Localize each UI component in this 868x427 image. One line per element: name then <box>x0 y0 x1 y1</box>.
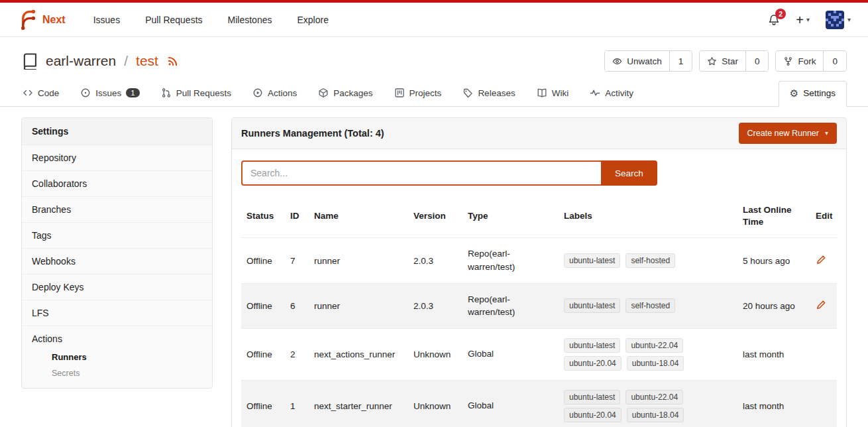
fork-button[interactable]: Fork <box>776 51 823 71</box>
tab-pull-requests[interactable]: Pull Requests <box>160 81 233 106</box>
runner-labels-cell: ubuntu-latestubuntu-22.04ubuntu-20.04ubu… <box>559 328 737 380</box>
sidebar-item-tags[interactable]: Tags <box>22 222 212 248</box>
chevron-down-icon: ▾ <box>806 17 810 23</box>
unwatch-button[interactable]: Unwatch <box>605 51 669 71</box>
runner-search-form: Search <box>241 160 837 186</box>
runner-type-cell: Global <box>462 380 559 427</box>
tab-actions[interactable]: Actions <box>251 81 298 106</box>
tab-releases[interactable]: Releases <box>461 81 516 106</box>
tab-packages[interactable]: Packages <box>317 81 374 106</box>
sidebar-item-repository[interactable]: Repository <box>22 145 212 170</box>
sidebar-item-collaborators[interactable]: Collaborators <box>22 170 212 196</box>
runner-row: Offline6runner2.0.3Repo(earl-warren/test… <box>241 283 837 328</box>
fork-icon <box>783 56 793 66</box>
repo-separator: / <box>124 53 128 69</box>
runner-label-badge: ubuntu-20.04 <box>564 356 622 371</box>
issue-icon <box>80 88 91 98</box>
tab-label: Wiki <box>552 88 569 98</box>
repo-tabbar: Code Issues 1 Pull Requests Actions Pack… <box>0 81 868 107</box>
runner-edit-cell <box>810 283 837 328</box>
repo-icon <box>21 52 38 70</box>
runner-labels: ubuntu-latestself-hosted <box>564 298 704 313</box>
page: Next Issues Pull Requests Milestones Exp… <box>0 0 868 427</box>
runner-version-cell: 2.0.3 <box>408 238 462 283</box>
create-runner-label: Create new Runner <box>747 129 819 138</box>
pencil-icon <box>816 255 826 265</box>
tab-code[interactable]: Code <box>21 81 60 106</box>
runners-table: Status ID Name Version Type Labels Last … <box>241 195 837 427</box>
star-button[interactable]: Star <box>700 51 745 71</box>
runner-type-text: Global <box>468 399 494 412</box>
sidebar-item-actions[interactable]: Actions Runners Secrets <box>22 326 212 388</box>
brand-home-link[interactable]: Next <box>17 10 66 30</box>
runner-label-badge: ubuntu-22.04 <box>625 390 683 404</box>
sidebar-item-webhooks[interactable]: Webhooks <box>22 248 212 274</box>
runner-status-cell: Offline <box>241 238 285 283</box>
header-status: Status <box>241 195 285 238</box>
star-button-group: Star 0 <box>699 50 769 72</box>
runner-version-cell: Unknown <box>408 328 462 380</box>
runner-type-cell: Repo(earl-warren/test) <box>462 238 559 283</box>
repo-header: earl-warren / test Unwatch 1 <box>0 37 868 80</box>
header-last-online-time: Last Online Time <box>737 195 810 238</box>
rss-feed-button[interactable] <box>167 56 178 67</box>
nav-links: Issues Pull Requests Milestones Explore <box>93 15 329 25</box>
runner-labels: ubuntu-latestubuntu-22.04ubuntu-20.04ubu… <box>564 338 704 371</box>
edit-runner-button[interactable] <box>816 255 826 265</box>
stars-count[interactable]: 0 <box>745 51 769 71</box>
edit-runner-button[interactable] <box>816 300 826 310</box>
tab-label: Code <box>38 88 59 98</box>
search-button[interactable]: Search <box>601 160 657 186</box>
avatar <box>826 11 844 29</box>
runner-name-cell: next_actions_runner <box>309 328 408 380</box>
create-runner-button[interactable]: Create new Runner ▾ <box>739 123 837 144</box>
runners-table-body: Offline7runner2.0.3Repo(earl-warren/test… <box>241 238 837 427</box>
sidebar-item-label: Actions <box>32 334 62 344</box>
sidebar-item-lfs[interactable]: LFS <box>22 300 212 326</box>
navbar-right: 2 + ▾ <box>768 11 851 29</box>
tab-wiki[interactable]: Wiki <box>535 81 570 106</box>
actions-submenu: Runners Secrets <box>32 344 202 383</box>
sidebar-item-secrets[interactable]: Secrets <box>32 365 202 381</box>
tab-settings[interactable]: ⚙ Settings <box>779 81 847 107</box>
tab-label: Pull Requests <box>176 88 231 98</box>
nav-item-pull-requests[interactable]: Pull Requests <box>145 15 202 25</box>
forks-count[interactable]: 0 <box>823 51 846 71</box>
nav-item-explore[interactable]: Explore <box>297 15 328 25</box>
create-new-dropdown[interactable]: + ▾ <box>796 13 810 27</box>
project-board-icon <box>394 88 405 98</box>
runner-row: Offline7runner2.0.3Repo(earl-warren/test… <box>241 238 837 283</box>
nav-item-milestones[interactable]: Milestones <box>228 15 272 25</box>
runner-label-badge: ubuntu-22.04 <box>625 338 683 353</box>
runner-label-badge: self-hosted <box>625 298 675 313</box>
sidebar-item-deploy-keys[interactable]: Deploy Keys <box>22 274 212 300</box>
user-menu-dropdown[interactable]: ▾ <box>826 11 851 29</box>
repo-name-link[interactable]: test <box>136 53 158 69</box>
chevron-down-icon: ▾ <box>847 17 851 23</box>
runner-edit-cell <box>810 238 837 283</box>
issues-count-badge: 1 <box>126 88 139 97</box>
tab-activity[interactable]: Activity <box>588 81 635 106</box>
eye-icon <box>612 56 622 66</box>
runner-labels-cell: ubuntu-latestubuntu-22.04ubuntu-20.04ubu… <box>559 380 737 427</box>
search-input[interactable] <box>241 160 602 186</box>
notifications-button[interactable]: 2 <box>768 14 780 26</box>
tab-label: Releases <box>478 88 515 98</box>
tag-icon <box>462 88 473 98</box>
main-content: Runners Management (Total: 4) Create new… <box>231 117 847 427</box>
notification-count-badge: 2 <box>775 9 786 19</box>
tab-issues[interactable]: Issues 1 <box>79 81 140 106</box>
tab-projects[interactable]: Projects <box>393 81 443 106</box>
sidebar-item-branches[interactable]: Branches <box>22 196 212 222</box>
runner-row: Offline1next_starter_runnerUnknownGlobal… <box>241 380 837 427</box>
runner-type-text: Repo(earl-warren/test) <box>468 293 547 319</box>
watchers-count[interactable]: 1 <box>669 51 692 71</box>
header-edit: Edit <box>810 195 837 238</box>
nav-item-issues[interactable]: Issues <box>93 15 120 25</box>
tab-label: Issues <box>95 88 121 98</box>
package-icon <box>318 88 329 98</box>
runner-type-cell: Global <box>462 328 559 380</box>
sidebar-item-runners[interactable]: Runners <box>32 349 202 365</box>
forgejo-logo-icon <box>17 10 37 30</box>
repo-owner-link[interactable]: earl-warren <box>46 53 116 69</box>
